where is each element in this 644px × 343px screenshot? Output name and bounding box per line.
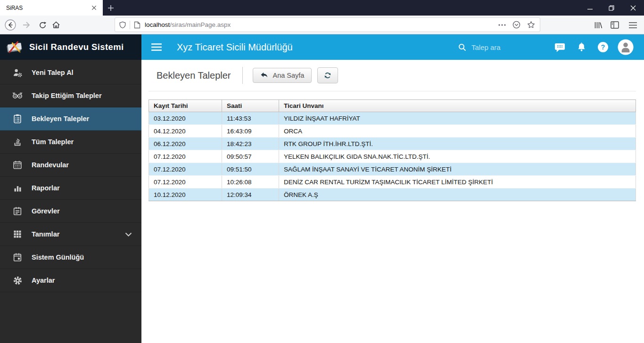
browser-toolbar: localhost/siras/mainPage.aspx <box>0 16 644 34</box>
sidebar: Sicil Randevu Sistemi Yeni Talep Al Taki… <box>0 34 141 343</box>
browser-titlebar: SiRAS <box>0 0 644 16</box>
cell-time: 12:09:34 <box>222 188 279 201</box>
table-row[interactable]: 06.12.2020 18:42:23 RTK GROUP İTH.İHR.LT… <box>149 138 636 150</box>
cell-time: 09:51:50 <box>222 163 279 176</box>
sidebar-item-ayarlar[interactable]: Ayarlar <box>0 269 141 292</box>
page-actions-icon[interactable] <box>498 24 506 26</box>
pending-requests-table: Kayıt Tarihi Saati Ticari Unvanı 03.12.2… <box>149 99 636 201</box>
sidebar-toggle-icon[interactable] <box>607 17 622 33</box>
calendar-log-icon <box>12 252 23 263</box>
sidebar-item-label: Tüm Talepler <box>32 138 74 146</box>
table-row[interactable]: 03.12.2020 11:43:53 YILDIZ İNŞAAT HAFRİY… <box>149 112 636 125</box>
app-logo: Sicil Randevu Sistemi <box>0 34 141 60</box>
restore-button[interactable] <box>601 0 622 16</box>
calendar-icon <box>12 159 23 171</box>
cell-date: 04.12.2020 <box>149 125 222 138</box>
help-icon[interactable]: ? <box>595 39 611 55</box>
sidebar-item-label: Görevler <box>32 207 60 215</box>
sidebar-item-label: Takip Ettiğim Talepler <box>32 92 102 99</box>
forward-button[interactable] <box>19 17 34 33</box>
bookmark-star-icon[interactable] <box>527 21 535 29</box>
sidebar-collapse-icon[interactable] <box>149 41 165 54</box>
tab-title: SiRAS <box>6 5 89 11</box>
pocket-icon[interactable] <box>512 21 520 29</box>
url-path: /siras/mainPage.aspx <box>170 21 231 28</box>
table-row[interactable]: 07.12.2020 09:51:50 SAĞLAM İNŞAAT SANAYİ… <box>149 163 636 176</box>
cell-date: 07.12.2020 <box>149 176 222 188</box>
cell-time: 16:43:09 <box>222 125 279 138</box>
new-tab-button[interactable] <box>103 0 119 16</box>
search-input[interactable] <box>471 43 533 51</box>
home-page-button-label: Ana Sayfa <box>273 72 305 79</box>
user-avatar[interactable] <box>618 39 634 55</box>
firefox-window: SiRAS <box>0 0 644 343</box>
close-button[interactable] <box>622 0 644 16</box>
sidebar-item-label: Randevular <box>32 161 69 169</box>
sidebar-item-label: Ayarlar <box>32 277 55 284</box>
sidebar-item-raporlar[interactable]: Raporlar <box>0 177 141 200</box>
sidebar-item-yeni-talep-al[interactable]: Yeni Talep Al <box>0 61 141 84</box>
table-header-row: Kayıt Tarihi Saati Ticari Unvanı <box>149 100 636 112</box>
refresh-icon <box>323 71 332 80</box>
sidebar-item-label: Yeni Talep Al <box>32 69 74 76</box>
tasks-icon <box>12 205 23 217</box>
back-button[interactable] <box>3 17 18 33</box>
search-box <box>458 43 533 52</box>
search-icon[interactable] <box>458 43 467 52</box>
cell-time: 10:26:08 <box>222 176 279 188</box>
chevron-down-icon <box>125 232 132 237</box>
sidebar-menu: Yeni Talep Al Takip Ettiğim Talepler Bek… <box>0 60 141 292</box>
table-row[interactable]: 07.12.2020 10:26:08 DENİZ CAR RENTAL TUR… <box>149 176 636 188</box>
sidebar-item-tum-talepler[interactable]: Tüm Talepler <box>0 131 141 154</box>
brand-title: Sicil Randevu Sistemi <box>29 42 124 52</box>
menu-hamburger-icon[interactable] <box>625 17 640 33</box>
pending-requests-table-wrap: Kayıt Tarihi Saati Ticari Unvanı 03.12.2… <box>149 99 636 201</box>
browser-tab[interactable]: SiRAS <box>0 0 103 16</box>
table-row[interactable]: 04.12.2020 16:43:09 ORCA <box>149 125 636 138</box>
svg-text:?: ? <box>601 43 605 51</box>
page-info-icon[interactable] <box>134 21 140 29</box>
cell-company: ORCA <box>279 125 636 138</box>
column-header-kayit-tarihi[interactable]: Kayıt Tarihi <box>149 100 222 112</box>
clipboard-list-icon <box>12 113 23 124</box>
sidebar-item-gorevler[interactable]: Görevler <box>0 200 141 223</box>
tab-close-icon[interactable] <box>89 3 99 13</box>
sidebar-item-sistem-gunlugu[interactable]: Sistem Günlüğü <box>0 246 141 269</box>
user-add-icon <box>12 67 23 78</box>
table-row[interactable]: 10.12.2020 12:09:34 ÖRNEK A.Ş <box>149 188 636 201</box>
sidebar-item-takip-ettigim-talepler[interactable]: Takip Ettiğim Talepler <box>0 84 141 107</box>
refresh-button[interactable] <box>317 67 338 83</box>
app-header: Xyz Ticaret Sicili Müdürlüğü ? <box>141 34 644 60</box>
library-icon[interactable] <box>591 17 606 33</box>
messages-icon[interactable] <box>552 39 568 55</box>
cell-company: DENİZ CAR RENTAL TURİZM TAŞIMACILIK TİCA… <box>279 176 636 188</box>
url-bar[interactable]: localhost/siras/mainPage.aspx <box>115 17 540 32</box>
cell-company: SAĞLAM İNŞAAT SANAYİ VE TİCARET ANONİM Ş… <box>279 163 636 176</box>
home-page-button[interactable]: Ana Sayfa <box>253 68 312 83</box>
notepad-pencil-logo-icon <box>4 39 25 55</box>
cell-date: 06.12.2020 <box>149 138 222 150</box>
url-host: localhost <box>145 21 170 28</box>
sidebar-item-bekleyen-talepler[interactable]: Bekleyen Talepler <box>0 107 141 131</box>
content-header: Bekleyen Talepler Ana Sayfa <box>149 60 636 91</box>
window-controls <box>579 0 644 16</box>
minimize-button[interactable] <box>579 0 601 16</box>
header-divider <box>242 67 243 84</box>
shield-icon[interactable] <box>119 21 126 29</box>
cell-company: YILDIZ İNŞAAT HAFRİYAT <box>279 112 636 125</box>
column-header-ticari-unvani[interactable]: Ticari Unvanı <box>279 100 636 112</box>
reload-button[interactable] <box>35 17 50 33</box>
cell-time: 11:43:53 <box>222 112 279 125</box>
cell-date: 07.12.2020 <box>149 150 222 163</box>
url-text: localhost/siras/mainPage.aspx <box>145 21 498 28</box>
notifications-bell-icon[interactable] <box>573 39 589 55</box>
cell-company: YELKEN BALIKÇILIK GIDA SNA.NAK.TİC.LTD.Ş… <box>279 150 636 163</box>
reply-arrow-icon <box>260 72 269 79</box>
sidebar-item-randevular[interactable]: Randevular <box>0 154 141 177</box>
column-header-saati[interactable]: Saati <box>222 100 279 112</box>
cell-company: ÖRNEK A.Ş <box>279 188 636 201</box>
sidebar-item-tanimlar[interactable]: Tanımlar <box>0 223 141 246</box>
table-row[interactable]: 07.12.2020 09:50:57 YELKEN BALIKÇILIK GI… <box>149 150 636 163</box>
home-button[interactable] <box>49 17 64 33</box>
sidebar-item-label: Bekleyen Talepler <box>32 115 89 122</box>
